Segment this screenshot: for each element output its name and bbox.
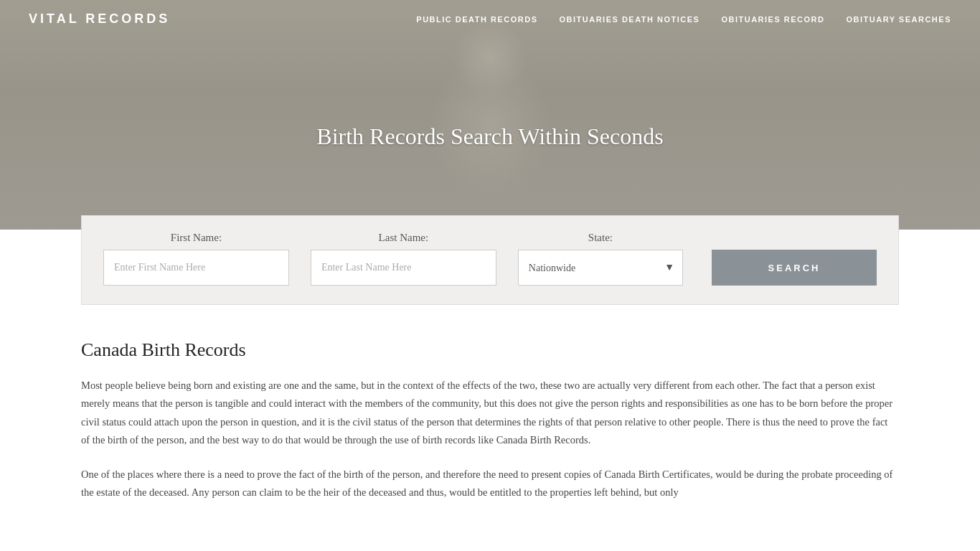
- state-select-wrapper: NationwideAlabamaAlaskaArizonaArkansasCa…: [518, 250, 683, 286]
- nav-link-obituary-searches[interactable]: OBITUARY SEARCHES: [846, 15, 951, 24]
- site-logo[interactable]: VITAL RECORDS: [29, 11, 170, 27]
- hero-title: Birth Records Search Within Seconds: [316, 80, 663, 150]
- nav-link-obituaries-death-notices[interactable]: OBITUARIES DEATH NOTICES: [559, 15, 699, 24]
- state-select[interactable]: NationwideAlabamaAlaskaArizonaArkansasCa…: [518, 250, 683, 286]
- search-button[interactable]: SEARCH: [712, 250, 877, 286]
- last-name-label: Last Name:: [311, 232, 496, 244]
- content-paragraph-2: One of the places where there is a need …: [81, 466, 899, 502]
- content-section: Canada Birth Records Most people believe…: [0, 305, 980, 546]
- nav-link-public-death-records[interactable]: PUBLIC DEATH RECORDS: [416, 15, 537, 24]
- nav-link-obituaries-record[interactable]: OBITUARIES RECORD: [721, 15, 824, 24]
- main-nav: PUBLIC DEATH RECORDSOBITUARIES DEATH NOT…: [416, 15, 951, 24]
- first-name-group: First Name:: [103, 232, 289, 286]
- state-label: State:: [518, 232, 683, 244]
- last-name-input[interactable]: [311, 250, 496, 286]
- search-panel: First Name: Last Name: State: Nationwide…: [81, 215, 899, 305]
- first-name-label: First Name:: [103, 232, 289, 244]
- site-header: VITAL RECORDS PUBLIC DEATH RECORDSOBITUA…: [0, 0, 980, 38]
- state-group: State: NationwideAlabamaAlaskaArizonaArk…: [518, 232, 683, 286]
- last-name-group: Last Name:: [311, 232, 496, 286]
- first-name-input[interactable]: [103, 250, 289, 286]
- content-title: Canada Birth Records: [81, 339, 899, 361]
- content-paragraph-1: Most people believe being born and exist…: [81, 377, 899, 450]
- search-fields: First Name: Last Name: State: Nationwide…: [103, 232, 877, 286]
